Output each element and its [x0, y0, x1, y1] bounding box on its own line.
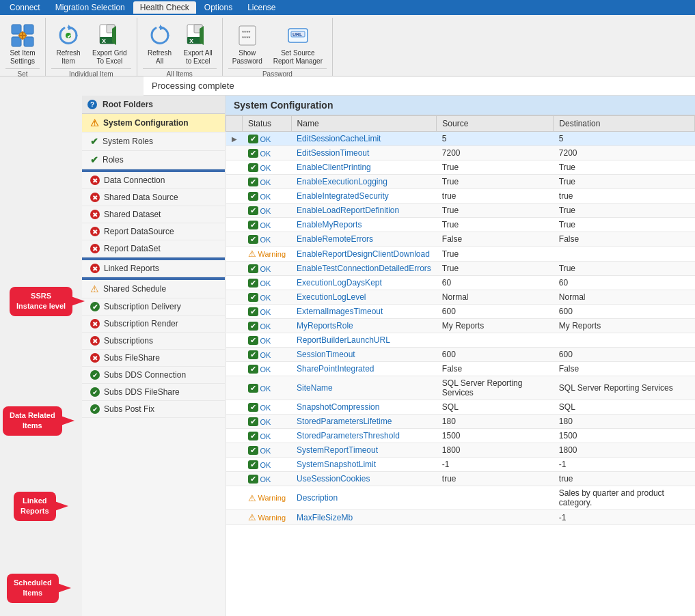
row-arrow	[226, 146, 243, 160]
svg-text:✔: ✔	[67, 33, 72, 40]
row-name[interactable]: ReportBuilderLaunchURL	[291, 333, 437, 348]
sidebar-item-subscription-delivery[interactable]: ✔ Subscription Delivery	[82, 298, 225, 316]
row-name[interactable]: EnableMyReports	[291, 218, 437, 232]
sidebar-item-subs-dds-fileshare[interactable]: ✔ Subs DDS FileShare	[82, 384, 225, 401]
status-icon-report-datasource: ✖	[90, 227, 100, 236]
row-source: False	[437, 232, 554, 247]
row-source: True	[437, 204, 554, 218]
row-status: ✔ OK	[243, 189, 292, 204]
row-source: 1800	[437, 443, 554, 458]
row-name[interactable]: EnableIntegratedSecurity	[291, 189, 437, 204]
sidebar-item-system-roles[interactable]: ✔ System Roles	[82, 132, 225, 151]
table-row: ✔ OKStoredParametersThreshold15001500	[226, 429, 695, 443]
svg-text:X: X	[102, 38, 106, 44]
row-source: True	[437, 175, 554, 189]
row-name[interactable]: StoredParametersThreshold	[291, 429, 437, 443]
row-source: True	[437, 160, 554, 175]
sidebar-item-label-report-dataset: Report DataSet	[104, 244, 161, 253]
col-destination: Destination	[554, 116, 695, 132]
sidebar-item-subs-dds-connection[interactable]: ✔ Subs DDS Connection	[82, 367, 225, 384]
row-name[interactable]: EnableReportDesignClientDownload	[291, 247, 437, 262]
row-source: My Reports	[437, 319, 554, 333]
data-table: Status Name Source Destination ▶✔ OKEdit…	[226, 115, 695, 525]
sidebar: ? Root Folders ⚠ System Configuration ✔ …	[82, 96, 226, 616]
export-grid-excel-button[interactable]: X Export GridTo Excel	[88, 20, 131, 68]
row-name[interactable]: ExternalImagesTimeout	[291, 305, 437, 319]
row-arrow: ▶	[226, 132, 243, 146]
sidebar-item-system-config[interactable]: ⚠ System Configuration	[82, 114, 225, 132]
row-name[interactable]: SystemReportTimeout	[291, 443, 437, 458]
sidebar-item-subs-post-fix[interactable]: ✔ Subs Post Fix	[82, 401, 225, 418]
row-name[interactable]: ExecutionLogDaysKept	[291, 276, 437, 290]
row-name[interactable]: SharePointIntegrated	[291, 362, 437, 376]
sidebar-item-linked-reports[interactable]: ✖ Linked Reports	[82, 260, 225, 277]
status-message: Processing complete	[152, 81, 234, 91]
sidebar-item-subscription-render[interactable]: ✖ Subscription Render	[82, 316, 225, 333]
set-source-report-button[interactable]: URL Set SourceReport Manager	[269, 20, 327, 68]
sidebar-item-label-subs-fileshare: Subs FileShare	[104, 353, 160, 363]
row-name[interactable]: MaxFileSizeMb	[291, 510, 437, 525]
export-all-excel-button[interactable]: X Export Allto Excel	[180, 20, 217, 68]
row-destination: SQL Server Reporting Services	[554, 376, 695, 400]
status-icon-subscription-render: ✖	[90, 319, 100, 328]
sidebar-item-subs-fileshare[interactable]: ✖ Subs FileShare	[82, 350, 225, 367]
row-arrow	[226, 290, 243, 305]
nav-tab-options[interactable]: Options	[197, 1, 239, 14]
table-row: ✔ OKSnapshotCompressionSQLSQL	[226, 400, 695, 415]
row-name[interactable]: EnableClientPrinting	[291, 160, 437, 175]
set-item-settings-button[interactable]: Set ItemSettings	[5, 20, 40, 68]
nav-tab-license[interactable]: License	[241, 1, 282, 14]
row-name[interactable]: SystemSnapshotLimit	[291, 458, 437, 472]
ribbon: Set ItemSettings Set ✔ RefreshItem	[0, 15, 695, 76]
row-name[interactable]: EnableExecutionLogging	[291, 175, 437, 189]
row-name[interactable]: Description	[291, 486, 437, 510]
refresh-item-button[interactable]: ✔ RefreshItem	[51, 20, 85, 68]
row-destination	[554, 333, 695, 348]
row-name[interactable]: EditSessionCacheLimit	[291, 132, 437, 146]
table-row: ✔ OKSiteNameSQL Server Reporting Service…	[226, 376, 695, 400]
sidebar-item-data-connection[interactable]: ✖ Data Connection	[82, 172, 225, 189]
sidebar-item-report-dataset[interactable]: ✖ Report DataSet	[82, 240, 225, 257]
nav-tab-migration[interactable]: Migration Selection	[49, 1, 132, 14]
row-name[interactable]: SnapshotCompression	[291, 400, 437, 415]
col-name: Name	[291, 116, 437, 132]
row-name[interactable]: EnableTestConnectionDetailedErrors	[291, 262, 437, 276]
row-name[interactable]: ExecutionLogLevel	[291, 290, 437, 305]
sidebar-item-shared-data-source[interactable]: ✖ Shared Data Source	[82, 189, 225, 206]
nav-tab-health-check[interactable]: Health Check	[133, 1, 196, 14]
row-arrow	[226, 247, 243, 262]
table-row: ✔ OKEnableRemoteErrorsFalseFalse	[226, 232, 695, 247]
row-status: ✔ OK	[243, 276, 292, 290]
sidebar-item-shared-dataset[interactable]: ✖ Shared Dataset	[82, 206, 225, 223]
row-source: SQL	[437, 400, 554, 415]
row-name[interactable]: EnableLoadReportDefinition	[291, 204, 437, 218]
status-icon-shared-dataset: ✖	[90, 210, 100, 219]
row-status: ✔ OK	[243, 472, 292, 486]
sidebar-item-report-datasource[interactable]: ✖ Report DataSource	[82, 223, 225, 240]
status-icon-shared-data-source: ✖	[90, 193, 100, 202]
ribbon-group-password-label: Password	[228, 68, 327, 79]
row-destination: 600	[554, 348, 695, 362]
sidebar-item-shared-schedule[interactable]: ⚠ Shared Schedule	[82, 280, 225, 298]
refresh-all-button[interactable]: RefreshAll	[143, 20, 177, 68]
row-arrow	[226, 319, 243, 333]
table-row: ⚠ WarningDescriptionSales by quarter and…	[226, 486, 695, 510]
show-password-button[interactable]: **** **** ShowPassword	[228, 20, 267, 68]
row-arrow	[226, 486, 243, 510]
status-icon-subscription-delivery: ✔	[90, 302, 100, 311]
row-destination: true	[554, 472, 695, 486]
row-name[interactable]: MyReportsRole	[291, 319, 437, 333]
sidebar-item-roles[interactable]: ✔ Roles	[82, 151, 225, 169]
nav-tab-connect[interactable]: Connect	[3, 1, 47, 14]
row-name[interactable]: SessionTimeout	[291, 348, 437, 362]
row-name[interactable]: EnableRemoteErrors	[291, 232, 437, 247]
ribbon-group-password: **** **** ShowPassword URL Set SourceRep…	[223, 18, 333, 76]
row-name[interactable]: SiteName	[291, 376, 437, 400]
row-name[interactable]: EditSessionTimeout	[291, 146, 437, 160]
row-arrow	[226, 160, 243, 175]
table-row: ✔ OKSessionTimeout600600	[226, 348, 695, 362]
row-source: 1500	[437, 429, 554, 443]
row-name[interactable]: StoredParametersLifetime	[291, 415, 437, 429]
sidebar-item-subscriptions[interactable]: ✖ Subscriptions	[82, 333, 225, 350]
row-name[interactable]: UseSessionCookies	[291, 472, 437, 486]
